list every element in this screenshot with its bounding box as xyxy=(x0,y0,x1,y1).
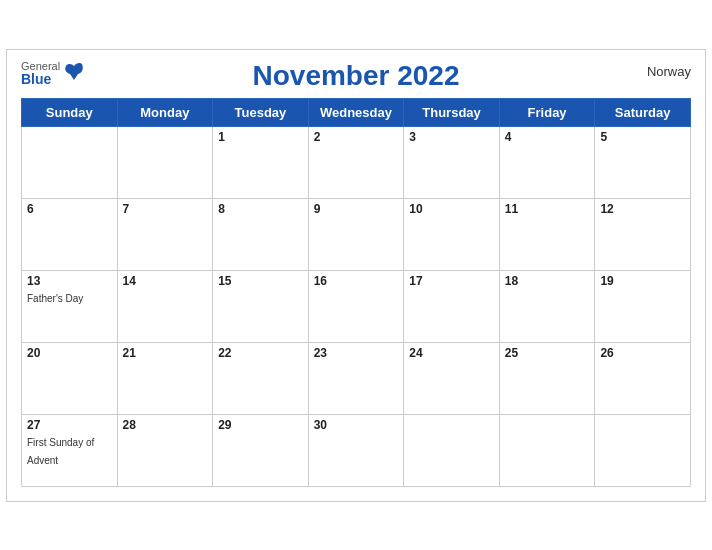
day-number: 1 xyxy=(218,130,303,144)
day-cell-w3-d3: 15 xyxy=(213,270,309,342)
day-cell-w2-d1: 6 xyxy=(22,198,118,270)
day-cell-w2-d7: 12 xyxy=(595,198,691,270)
day-cell-w4-d4: 23 xyxy=(308,342,404,414)
day-number: 14 xyxy=(123,274,208,288)
week-row-4: 20212223242526 xyxy=(22,342,691,414)
day-number: 25 xyxy=(505,346,590,360)
calendar-header: General Blue November 2022 Norway xyxy=(21,60,691,92)
day-number: 6 xyxy=(27,202,112,216)
day-number: 24 xyxy=(409,346,494,360)
header-tuesday: Tuesday xyxy=(213,98,309,126)
header-monday: Monday xyxy=(117,98,213,126)
day-cell-w2-d3: 8 xyxy=(213,198,309,270)
day-cell-w4-d6: 25 xyxy=(499,342,595,414)
day-event: Father's Day xyxy=(27,293,83,304)
day-number: 18 xyxy=(505,274,590,288)
calendar-grid: Sunday Monday Tuesday Wednesday Thursday… xyxy=(21,98,691,487)
day-number: 7 xyxy=(123,202,208,216)
day-cell-w1-d7: 5 xyxy=(595,126,691,198)
week-row-2: 6789101112 xyxy=(22,198,691,270)
day-cell-w3-d4: 16 xyxy=(308,270,404,342)
day-number: 2 xyxy=(314,130,399,144)
day-number: 15 xyxy=(218,274,303,288)
day-cell-w1-d6: 4 xyxy=(499,126,595,198)
day-number: 29 xyxy=(218,418,303,432)
day-number: 13 xyxy=(27,274,112,288)
day-cell-w5-d6 xyxy=(499,414,595,486)
header-wednesday: Wednesday xyxy=(308,98,404,126)
header-thursday: Thursday xyxy=(404,98,500,126)
calendar-country: Norway xyxy=(647,64,691,79)
day-cell-w4-d7: 26 xyxy=(595,342,691,414)
day-cell-w5-d2: 28 xyxy=(117,414,213,486)
day-cell-w2-d5: 10 xyxy=(404,198,500,270)
day-cell-w4-d5: 24 xyxy=(404,342,500,414)
day-number: 30 xyxy=(314,418,399,432)
day-number: 5 xyxy=(600,130,685,144)
day-cell-w3-d7: 19 xyxy=(595,270,691,342)
logo-general-text: General xyxy=(21,60,60,72)
day-cell-w5-d4: 30 xyxy=(308,414,404,486)
day-cell-w3-d2: 14 xyxy=(117,270,213,342)
day-number: 3 xyxy=(409,130,494,144)
day-number: 8 xyxy=(218,202,303,216)
day-number: 11 xyxy=(505,202,590,216)
day-cell-w5-d7 xyxy=(595,414,691,486)
day-cell-w5-d5 xyxy=(404,414,500,486)
header-saturday: Saturday xyxy=(595,98,691,126)
weekday-header-row: Sunday Monday Tuesday Wednesday Thursday… xyxy=(22,98,691,126)
day-number: 10 xyxy=(409,202,494,216)
day-number: 12 xyxy=(600,202,685,216)
day-event: First Sunday of Advent xyxy=(27,437,94,466)
day-cell-w2-d6: 11 xyxy=(499,198,595,270)
day-cell-w4-d3: 22 xyxy=(213,342,309,414)
logo-bird-icon xyxy=(62,62,86,84)
day-cell-w1-d5: 3 xyxy=(404,126,500,198)
day-cell-w1-d4: 2 xyxy=(308,126,404,198)
day-number: 26 xyxy=(600,346,685,360)
logo-blue-text: Blue xyxy=(21,72,60,87)
day-cell-w3-d1: 13Father's Day xyxy=(22,270,118,342)
day-number: 9 xyxy=(314,202,399,216)
day-cell-w3-d6: 18 xyxy=(499,270,595,342)
day-number: 22 xyxy=(218,346,303,360)
day-cell-w1-d2 xyxy=(117,126,213,198)
day-number: 27 xyxy=(27,418,112,432)
header-sunday: Sunday xyxy=(22,98,118,126)
day-number: 4 xyxy=(505,130,590,144)
day-cell-w4-d1: 20 xyxy=(22,342,118,414)
week-row-3: 13Father's Day141516171819 xyxy=(22,270,691,342)
day-number: 20 xyxy=(27,346,112,360)
day-number: 21 xyxy=(123,346,208,360)
logo: General Blue xyxy=(21,60,86,87)
week-row-1: 12345 xyxy=(22,126,691,198)
day-number: 17 xyxy=(409,274,494,288)
day-cell-w5-d3: 29 xyxy=(213,414,309,486)
day-number: 23 xyxy=(314,346,399,360)
week-row-5: 27First Sunday of Advent282930 xyxy=(22,414,691,486)
header-friday: Friday xyxy=(499,98,595,126)
day-number: 16 xyxy=(314,274,399,288)
day-cell-w4-d2: 21 xyxy=(117,342,213,414)
day-cell-w5-d1: 27First Sunday of Advent xyxy=(22,414,118,486)
day-cell-w1-d1 xyxy=(22,126,118,198)
calendar-title: November 2022 xyxy=(252,60,459,92)
day-cell-w2-d4: 9 xyxy=(308,198,404,270)
day-cell-w2-d2: 7 xyxy=(117,198,213,270)
day-number: 19 xyxy=(600,274,685,288)
day-cell-w1-d3: 1 xyxy=(213,126,309,198)
day-cell-w3-d5: 17 xyxy=(404,270,500,342)
day-number: 28 xyxy=(123,418,208,432)
calendar-container: General Blue November 2022 Norway Sunday… xyxy=(6,49,706,502)
